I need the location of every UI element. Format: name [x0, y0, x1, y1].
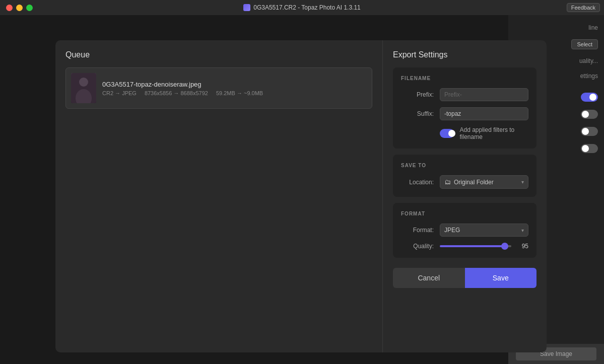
size-conversion: 59.2MB → ~9.0MB [216, 90, 263, 96]
folder-icon: 🗂 [444, 178, 451, 186]
format-section: FORMAT Format: JPEG ▾ Quality: 95 [393, 203, 536, 258]
cancel-button[interactable]: Cancel [393, 268, 465, 288]
format-conversion: CR2 → JPEG [102, 90, 137, 96]
prefix-row: Prefix: [401, 88, 528, 101]
queue-thumbnail [71, 73, 96, 103]
bg-panel-label-line: line [588, 24, 598, 31]
quality-label: Quality: [401, 243, 434, 250]
minimize-button[interactable] [16, 5, 23, 11]
suffix-input[interactable] [440, 107, 528, 120]
prefix-input[interactable] [440, 88, 528, 101]
svg-rect-3 [71, 73, 96, 103]
queue-item-info: 0G3A5517-topaz-denoiseraw.jpeg CR2 → JPE… [102, 81, 367, 96]
filters-toggle[interactable] [440, 129, 454, 138]
export-title: Export Settings [393, 50, 536, 59]
format-dropdown[interactable]: JPEG ▾ [440, 224, 528, 237]
footer-buttons: Cancel Save [393, 268, 536, 288]
quality-slider[interactable] [440, 245, 511, 247]
filters-toggle-label: Add applied filters to filename [459, 126, 528, 140]
thumbnail-image [71, 73, 96, 103]
toggle-3[interactable] [581, 127, 598, 136]
location-row: Location: 🗂 Original Folder ▾ [401, 175, 528, 189]
filename-section-label: FILENAME [401, 76, 528, 81]
location-dropdown[interactable]: 🗂 Original Folder ▾ [440, 175, 528, 189]
bg-panel-item-line: line [508, 20, 604, 35]
queue-title: Queue [65, 50, 372, 59]
person-silhouette-icon [71, 73, 96, 103]
queue-item-name: 0G3A5517-topaz-denoiseraw.jpeg [102, 81, 367, 88]
bg-select-button[interactable]: Select [571, 39, 598, 49]
filters-toggle-row: Add applied filters to filename [401, 126, 528, 140]
export-panel: Export Settings FILENAME Prefix: Suffix:… [383, 40, 547, 352]
bg-panel-label-settings: ettings [580, 72, 598, 80]
quality-slider-container: 95 [440, 243, 528, 250]
feedback-button[interactable]: Feedback [567, 3, 600, 12]
close-button[interactable] [6, 5, 13, 11]
filename-section: FILENAME Prefix: Suffix: Add applied fil… [393, 67, 536, 149]
format-section-label: FORMAT [401, 211, 528, 216]
app-title: 0G3A5517.CR2 - Topaz Photo AI 1.3.11 [243, 4, 361, 11]
toggle-2[interactable] [581, 110, 598, 119]
quality-value: 95 [516, 243, 528, 250]
dims-arrow-icon: → [173, 90, 180, 96]
format-value: JPEG [444, 227, 460, 234]
suffix-label: Suffix: [401, 110, 434, 117]
main-content: line Select uality... ettings Save Image [0, 15, 604, 364]
location-inner: 🗂 Original Folder [444, 178, 494, 186]
bg-panel-label-quality: uality... [579, 57, 598, 64]
toggle-1[interactable] [581, 93, 598, 102]
format-row: Format: JPEG ▾ [401, 224, 528, 237]
save-to-section-label: SAVE TO [401, 163, 528, 168]
format-label: Format: [401, 227, 434, 234]
title-bar: 0G3A5517.CR2 - Topaz Photo AI 1.3.11 Fee… [0, 0, 604, 15]
window-controls [6, 5, 33, 11]
maximize-button[interactable] [26, 5, 33, 11]
save-button[interactable]: Save [465, 268, 537, 288]
suffix-row: Suffix: [401, 107, 528, 120]
dims-conversion: 8736x5856 → 8688x5792 [145, 90, 208, 96]
chevron-down-icon: ▾ [521, 179, 524, 185]
arrow-icon: → [115, 90, 122, 96]
toggle-4[interactable] [581, 144, 598, 153]
queue-item[interactable]: 0G3A5517-topaz-denoiseraw.jpeg CR2 → JPE… [65, 67, 372, 109]
size-arrow-icon: → [237, 90, 244, 96]
location-value: Original Folder [454, 179, 494, 186]
queue-list: 0G3A5517-topaz-denoiseraw.jpeg CR2 → JPE… [65, 67, 372, 339]
quality-row: Quality: 95 [401, 243, 528, 250]
location-label: Location: [401, 179, 434, 186]
topaz-logo-icon [243, 4, 250, 11]
format-chevron-icon: ▾ [521, 228, 524, 233]
queue-item-meta: CR2 → JPEG 8736x5856 → 8688x5792 59.2MB [102, 90, 367, 96]
queue-panel: Queue [55, 40, 383, 352]
prefix-label: Prefix: [401, 91, 434, 98]
save-to-section: SAVE TO Location: 🗂 Original Folder ▾ [393, 155, 536, 197]
modal-container: Queue [55, 40, 547, 352]
